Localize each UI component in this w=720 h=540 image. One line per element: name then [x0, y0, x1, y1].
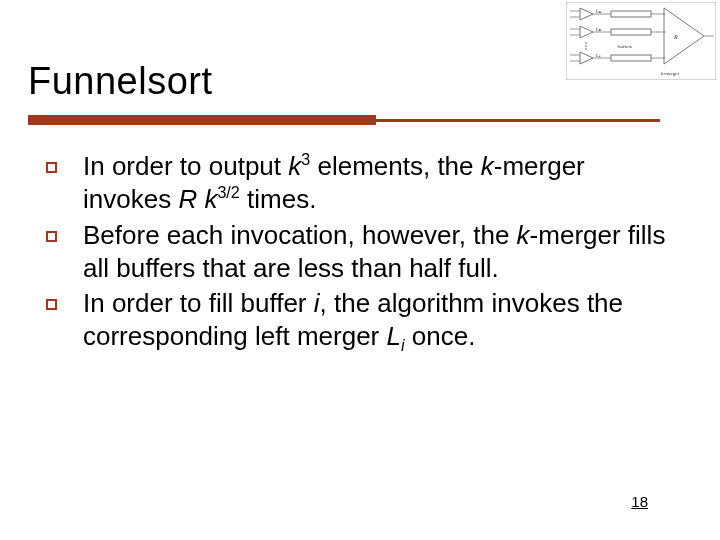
merger-diagram: L₁ L₂ Lₖ buffers R k-merger [566, 2, 716, 80]
text-run: Before each invocation, however, the [83, 220, 517, 250]
text-run: In order to output [83, 151, 288, 181]
title-underline [28, 115, 660, 125]
text-run: once. [405, 321, 476, 351]
diagram-label-kmerger: k-merger [661, 71, 680, 76]
var-l: L [386, 321, 400, 351]
diagram-label-l2: L₂ [596, 27, 601, 32]
bullet-marker-icon [46, 162, 57, 173]
svg-point-6 [585, 48, 587, 50]
slide-title: Funnelsort [28, 60, 213, 103]
var-rk: R k [178, 184, 217, 214]
bullet-marker-icon [46, 299, 57, 310]
diagram-label-buffers: buffers [618, 44, 632, 49]
var-k: k [517, 220, 530, 250]
bullet-text: In order to output k3 elements, the k-me… [83, 150, 676, 217]
bullet-item: In order to fill buffer i, the algorithm… [46, 287, 676, 354]
text-run: In order to fill buffer [83, 288, 314, 318]
bullet-item: In order to output k3 elements, the k-me… [46, 150, 676, 217]
svg-point-5 [585, 45, 587, 47]
bullet-text: In order to fill buffer i, the algorithm… [83, 287, 676, 354]
diagram-label-l1: L₁ [596, 9, 601, 14]
diagram-label-lk: Lₖ [596, 53, 601, 58]
text-run: elements, the [310, 151, 481, 181]
superscript: 3 [301, 150, 310, 168]
svg-rect-14 [611, 29, 651, 35]
bullet-item: Before each invocation, however, the k-m… [46, 219, 676, 286]
slide-body: In order to output k3 elements, the k-me… [46, 150, 676, 356]
diagram-label-r: R [673, 34, 678, 40]
svg-point-4 [585, 42, 587, 44]
bullet-marker-icon [46, 231, 57, 242]
text-run: times. [240, 184, 317, 214]
slide: L₁ L₂ Lₖ buffers R k-merger Funnelsort I… [0, 0, 720, 540]
superscript: 3/2 [217, 184, 239, 202]
var-k: k [481, 151, 494, 181]
var-k: k [288, 151, 301, 181]
bullet-text: Before each invocation, however, the k-m… [83, 219, 676, 286]
svg-rect-13 [611, 11, 651, 17]
page-number: 18 [631, 493, 648, 510]
svg-rect-15 [611, 55, 651, 61]
